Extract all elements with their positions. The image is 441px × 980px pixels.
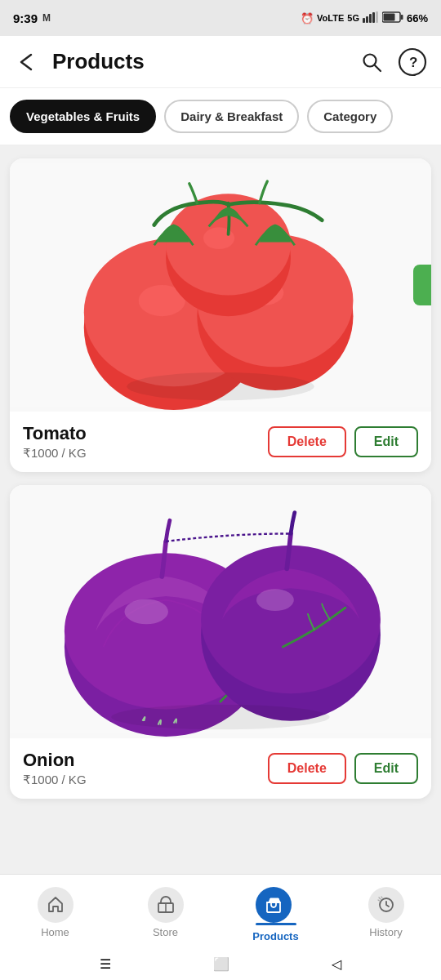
home-icon-wrap bbox=[38, 887, 74, 923]
svg-text:?: ? bbox=[409, 55, 417, 70]
nav-active-indicator bbox=[256, 923, 296, 925]
back-button[interactable] bbox=[13, 47, 42, 77]
svg-point-30 bbox=[256, 589, 294, 611]
product-price-onion: ₹1000 / KG bbox=[23, 773, 87, 787]
signal-icon bbox=[363, 11, 379, 25]
delete-onion-button[interactable]: Delete bbox=[268, 753, 346, 784]
status-left: 9:39 M bbox=[13, 11, 57, 25]
svg-text:M: M bbox=[42, 12, 51, 23]
nav-home-label: Home bbox=[41, 926, 69, 938]
search-button[interactable] bbox=[356, 47, 387, 78]
volte-icon: VoLTE bbox=[317, 13, 344, 23]
product-name-onion: Onion bbox=[23, 750, 87, 771]
product-price-tomato: ₹1000 / KG bbox=[23, 446, 87, 461]
svg-rect-7 bbox=[400, 15, 403, 20]
5g-icon: 5G bbox=[347, 13, 359, 23]
nav-history[interactable]: History bbox=[358, 887, 415, 938]
product-card-onion: Onion ₹1000 / KG Delete Edit bbox=[10, 485, 431, 799]
android-nav-bar: ☰ ⬜ ◁ bbox=[0, 947, 441, 980]
svg-point-29 bbox=[201, 546, 381, 694]
product-info-tomato: Tomato ₹1000 / KG Delete Edit bbox=[10, 412, 431, 472]
svg-rect-2 bbox=[366, 16, 368, 23]
product-image-tomato bbox=[10, 158, 431, 412]
nav-store[interactable]: Store bbox=[137, 887, 194, 938]
store-icon-wrap bbox=[148, 887, 184, 923]
bottom-nav: Home Store bbox=[0, 874, 441, 980]
svg-rect-3 bbox=[369, 14, 372, 23]
android-home-icon[interactable]: ⬜ bbox=[213, 956, 229, 972]
svg-rect-1 bbox=[363, 18, 365, 23]
carrier-icon: M bbox=[42, 11, 57, 25]
android-menu-icon[interactable]: ☰ bbox=[100, 956, 111, 972]
nav-store-label: Store bbox=[153, 926, 178, 938]
side-pill bbox=[413, 265, 431, 305]
product-image-onion bbox=[10, 485, 431, 738]
product-actions-onion: Delete Edit bbox=[268, 753, 418, 784]
product-details-tomato: Tomato ₹1000 / KG bbox=[23, 423, 87, 461]
svg-point-23 bbox=[127, 372, 314, 400]
svg-point-27 bbox=[124, 599, 168, 625]
delete-tomato-button[interactable]: Delete bbox=[268, 426, 346, 457]
android-back-icon[interactable]: ◁ bbox=[332, 956, 341, 972]
page-title: Products bbox=[52, 49, 346, 74]
product-info-onion: Onion ₹1000 / KG Delete Edit bbox=[10, 738, 431, 799]
product-details-onion: Onion ₹1000 / KG bbox=[23, 750, 87, 787]
product-list: Tomato ₹1000 / KG Delete Edit bbox=[0, 145, 441, 880]
time: 9:39 bbox=[13, 11, 38, 25]
nav-items: Home Store bbox=[0, 875, 441, 947]
status-bar: 9:39 M ⏰ VoLTE 5G bbox=[0, 0, 441, 36]
nav-history-label: History bbox=[369, 926, 402, 938]
product-actions-tomato: Delete Edit bbox=[268, 426, 418, 457]
edit-tomato-button[interactable]: Edit bbox=[354, 426, 418, 457]
svg-line-10 bbox=[375, 65, 381, 71]
tab-category[interactable]: Category bbox=[307, 100, 393, 133]
products-icon-wrap bbox=[256, 887, 292, 923]
category-tabs: Vegetables & Fruits Dairy & Breakfast Ca… bbox=[0, 88, 441, 145]
nav-home[interactable]: Home bbox=[27, 887, 84, 938]
help-button[interactable]: ? bbox=[397, 47, 428, 78]
svg-rect-8 bbox=[383, 13, 394, 20]
tab-vegetables-fruits[interactable]: Vegetables & Fruits bbox=[10, 100, 156, 133]
battery-icon bbox=[382, 11, 403, 25]
top-bar: Products ? bbox=[0, 36, 441, 88]
top-icons: ? bbox=[356, 47, 428, 78]
edit-onion-button[interactable]: Edit bbox=[354, 753, 418, 784]
history-icon-wrap bbox=[368, 887, 404, 923]
svg-point-31 bbox=[111, 705, 330, 730]
svg-rect-4 bbox=[372, 12, 375, 23]
tab-dairy-breakfast[interactable]: Dairy & Breakfast bbox=[164, 100, 299, 133]
svg-rect-5 bbox=[376, 11, 378, 23]
battery-percent: 66% bbox=[407, 12, 428, 24]
nav-products[interactable]: Products bbox=[247, 883, 305, 942]
alarm-icon: ⏰ bbox=[301, 12, 314, 24]
product-card-tomato: Tomato ₹1000 / KG Delete Edit bbox=[10, 158, 431, 472]
product-name-tomato: Tomato bbox=[23, 423, 87, 444]
status-right: ⏰ VoLTE 5G 66% bbox=[301, 11, 428, 25]
nav-products-label: Products bbox=[252, 930, 298, 942]
